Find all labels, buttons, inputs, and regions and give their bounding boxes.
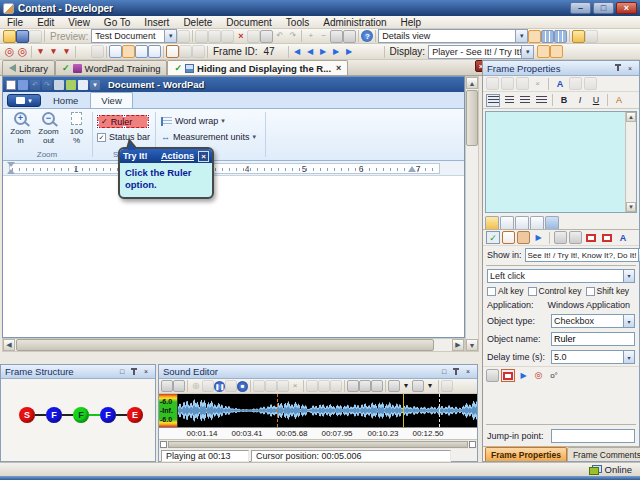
panel-close-icon[interactable]: × xyxy=(141,367,151,377)
highlight-object-icon[interactable] xyxy=(501,369,515,382)
wordpad-tab-home[interactable]: Home xyxy=(43,92,88,108)
frame-node-start[interactable]: S xyxy=(19,407,35,423)
new-capture-icon[interactable] xyxy=(148,45,161,58)
key-icon[interactable]: o° xyxy=(547,369,561,382)
find-icon[interactable] xyxy=(260,30,273,43)
object-path-icon[interactable]: ▶ xyxy=(517,369,530,382)
object-name-input[interactable] xyxy=(551,332,635,346)
columns-view-icon[interactable] xyxy=(554,30,567,43)
frame-node[interactable]: F xyxy=(46,407,62,423)
split-view-icon[interactable] xyxy=(541,30,554,43)
export-audio-icon[interactable] xyxy=(173,380,185,392)
replace-frame-icon[interactable]: ▾ xyxy=(60,45,73,58)
italic-icon[interactable]: I xyxy=(573,94,587,107)
wordpad-preview-icon[interactable] xyxy=(78,80,88,90)
scroll-down-icon[interactable]: ▼ xyxy=(626,202,636,212)
chevron-down-icon[interactable]: ▾ xyxy=(164,30,176,42)
menu-administration[interactable]: Administration xyxy=(316,16,393,29)
align-right-icon[interactable] xyxy=(518,94,532,107)
display-combo[interactable]: Player - See It! / Try It! ▾ xyxy=(428,45,534,59)
word-wrap-button[interactable]: Word wrap ▾ xyxy=(161,116,225,126)
replace-icon[interactable] xyxy=(343,30,356,43)
panel-pin-icon[interactable] xyxy=(613,63,623,73)
menu-tools[interactable]: Tools xyxy=(279,16,316,29)
panel-close-icon[interactable]: × xyxy=(625,63,635,73)
hand-cursor-icon[interactable] xyxy=(517,231,530,244)
copy-frame-icon[interactable] xyxy=(554,231,567,244)
close-button[interactable]: × xyxy=(616,2,637,14)
align-center-icon[interactable] xyxy=(502,94,516,107)
mode-tab-5-icon[interactable] xyxy=(545,216,559,229)
text-style-icon[interactable]: A xyxy=(612,94,626,107)
frame-thumb2-icon[interactable] xyxy=(600,231,614,244)
statusbar-checkbox[interactable]: ✓ Status bar xyxy=(97,132,150,142)
shift-key-checkbox[interactable]: Shift key xyxy=(586,286,630,296)
timer-icon[interactable]: ◎ xyxy=(532,369,545,382)
player-preview-icon[interactable] xyxy=(537,45,550,58)
jump-in-input[interactable] xyxy=(551,429,635,443)
go-end-icon[interactable] xyxy=(359,380,371,392)
record-icon[interactable]: ◎ xyxy=(3,45,16,58)
control-key-checkbox[interactable]: Control key xyxy=(528,286,582,296)
jump-icon[interactable]: ▶ xyxy=(343,45,356,58)
panel-maximize-icon[interactable]: □ xyxy=(117,367,127,377)
tab-wordpad-training[interactable]: ✓ WordPad Training xyxy=(55,60,167,75)
details-view-combo[interactable]: Details view ▾ xyxy=(378,29,528,43)
wordpad-qat-menu-icon[interactable]: ▾ xyxy=(90,80,100,90)
horizontal-scroll-thumb[interactable] xyxy=(16,339,434,351)
minimize-button[interactable]: – xyxy=(570,2,591,14)
details-view-icon[interactable] xyxy=(528,30,541,43)
pause-icon[interactable]: ❚❚ xyxy=(214,381,225,392)
save-icon[interactable] xyxy=(16,30,29,43)
alt-key-checkbox[interactable]: Alt key xyxy=(487,286,524,296)
bubble-text-scrollbar[interactable]: ▲ ▼ xyxy=(625,112,636,212)
zoom-selection-menu-icon[interactable]: ▾ xyxy=(424,380,436,392)
tab-hiding-displaying-ruler[interactable]: ✓ Hiding and Displaying the R... × xyxy=(167,60,348,75)
tab-frame-comments[interactable]: Frame Comments xyxy=(567,447,640,461)
previous-frame-icon[interactable]: ◀ xyxy=(304,45,317,58)
chevron-down-icon[interactable]: ▾ xyxy=(521,46,533,58)
zoom-out-button[interactable]: − Zoomout xyxy=(35,112,62,145)
frame-node[interactable]: F xyxy=(100,407,116,423)
menu-edit[interactable]: Edit xyxy=(30,16,61,29)
mode-tab-1-icon[interactable] xyxy=(485,216,499,229)
document-combo[interactable]: Test Document ▾ xyxy=(91,29,177,43)
menu-document[interactable]: Document xyxy=(219,16,279,29)
record-settings-icon[interactable]: ◎ xyxy=(16,45,29,58)
wordpad-print-icon[interactable] xyxy=(54,80,64,90)
scroll-right-icon[interactable]: ▶ xyxy=(452,339,464,351)
selection-cursor[interactable] xyxy=(439,394,440,427)
scroll-up-icon[interactable]: ▲ xyxy=(466,77,478,89)
stop-icon[interactable]: ■ xyxy=(237,381,248,392)
maximize-button[interactable]: □ xyxy=(593,2,614,14)
action-combo[interactable]: Left click ▾ xyxy=(487,269,635,283)
sound-scroll-thumb[interactable] xyxy=(168,441,468,448)
frame-node-current[interactable]: F xyxy=(73,407,89,423)
content-vertical-scrollbar[interactable]: ▲ ▼ xyxy=(465,76,479,352)
zoom-100-button[interactable]: 100% xyxy=(63,112,90,145)
position-cursor[interactable] xyxy=(403,394,404,427)
menu-goto[interactable]: Go To xyxy=(97,16,138,29)
mode-tab-3-icon[interactable] xyxy=(515,216,529,229)
editor-preview-icon[interactable] xyxy=(550,45,563,58)
frame-thumb-icon[interactable] xyxy=(584,231,598,244)
next-frame-icon[interactable]: ▶ xyxy=(317,45,330,58)
wordpad-save-icon[interactable] xyxy=(18,80,28,90)
scroll-grip-left[interactable] xyxy=(160,441,167,448)
panel-maximize-icon[interactable]: □ xyxy=(439,367,449,377)
document-icon[interactable] xyxy=(166,45,179,58)
label-icon[interactable] xyxy=(502,231,515,244)
last-frame-icon[interactable]: ▶ xyxy=(330,45,343,58)
waveform-display[interactable] xyxy=(178,394,477,427)
bold-icon[interactable]: B xyxy=(557,94,571,107)
panel-pin-icon[interactable] xyxy=(129,367,139,377)
go-start-icon[interactable] xyxy=(347,380,359,392)
panel-close-icon[interactable]: × xyxy=(463,367,473,377)
menu-delete[interactable]: Delete xyxy=(176,16,219,29)
frame-node-end[interactable]: E xyxy=(127,407,143,423)
delay-time-combo[interactable]: 5.0 ▾ xyxy=(551,350,635,364)
zoom-icon[interactable] xyxy=(388,380,400,392)
menu-help[interactable]: Help xyxy=(394,16,429,29)
underline-icon[interactable]: U xyxy=(589,94,603,107)
first-frame-icon[interactable]: ◀ xyxy=(291,45,304,58)
